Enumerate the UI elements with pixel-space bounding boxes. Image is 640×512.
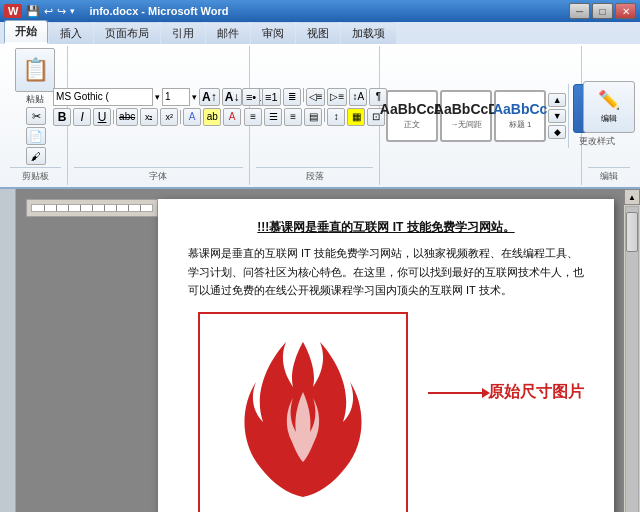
increase-font-button[interactable]: A↑: [199, 88, 220, 106]
sort-button[interactable]: ↕A: [349, 88, 367, 106]
style-no-spacing[interactable]: AaBbCcD →无间距: [440, 90, 492, 142]
tab-review[interactable]: 审阅: [251, 22, 295, 44]
decrease-indent-button[interactable]: ◁≡: [306, 88, 326, 106]
doc-title: !!!慕课网是垂直的互联网 IT 技能免费学习网站。: [188, 219, 584, 236]
align-right-button[interactable]: ≡: [284, 108, 302, 126]
titlebar-left: W 💾 ↩ ↪ ▾ info.docx - Microsoft Word: [4, 4, 229, 18]
vertical-scrollbar[interactable]: ▲ ▼: [624, 189, 640, 512]
strikethrough-button[interactable]: abc: [116, 108, 138, 126]
tab-mail[interactable]: 邮件: [206, 22, 250, 44]
shading-button[interactable]: ▦: [347, 108, 365, 126]
editing-icon: ✏️: [598, 89, 620, 111]
quick-access-undo[interactable]: ↩: [44, 5, 53, 18]
styles-up-button[interactable]: ▲: [548, 93, 566, 107]
tab-addins[interactable]: 加载项: [341, 22, 396, 44]
ribbon-content: 📋 粘贴 ✂ 📄 🖌 剪贴板 MS Gothic ( ▾: [0, 44, 640, 187]
editing-button[interactable]: ✏️ 编辑: [583, 81, 635, 133]
styles-more-button[interactable]: ◆: [548, 125, 566, 139]
scroll-track[interactable]: [625, 206, 639, 512]
text-effect-button[interactable]: A: [183, 108, 201, 126]
word-icon: W: [4, 4, 22, 18]
font-name-field[interactable]: MS Gothic (: [53, 88, 153, 106]
group-editing: ✏️ 编辑 编辑: [582, 46, 636, 185]
document-page: !!!慕课网是垂直的互联网 IT 技能免费学习网站。 慕课网是垂直的互联网 IT…: [158, 199, 614, 512]
editing-content: ✏️ 编辑: [583, 48, 635, 165]
paragraph-label: 段落: [256, 167, 373, 183]
editing-group-label: 编辑: [588, 167, 630, 183]
scroll-up-button[interactable]: ▲: [624, 189, 640, 205]
font-color-button[interactable]: A: [223, 108, 241, 126]
cut-button[interactable]: ✂: [26, 107, 46, 125]
original-annotation: 原始尺寸图片: [418, 312, 584, 403]
quick-access-save[interactable]: 💾: [26, 5, 40, 18]
titlebar: W 💾 ↩ ↪ ▾ info.docx - Microsoft Word ─ □…: [0, 0, 640, 22]
paste-label: 粘贴: [26, 93, 44, 106]
tab-insert[interactable]: 插入: [49, 22, 93, 44]
style-normal[interactable]: AaBbCcD 正文: [386, 90, 438, 142]
close-button[interactable]: ✕: [615, 3, 636, 19]
quick-access-redo[interactable]: ↪: [57, 5, 66, 18]
align-center-button[interactable]: ☰: [264, 108, 282, 126]
text-highlight-button[interactable]: ab: [203, 108, 221, 126]
superscript-button[interactable]: x²: [160, 108, 178, 126]
italic-button[interactable]: I: [73, 108, 91, 126]
group-paragraph: ≡• ≡1 ≣ ◁≡ ▷≡ ↕A ¶ ≡ ☰ ≡ ▤ ↕ ▦: [250, 46, 380, 185]
editing-label: 编辑: [601, 113, 617, 124]
font-size-dropdown-icon[interactable]: ▾: [192, 92, 197, 102]
original-label: 原始尺寸图片: [488, 382, 584, 403]
group-styles: AaBbCcD 正文 AaBbCcD →无间距 AaBbCc 标题 1 ▲ ▼: [380, 46, 582, 185]
style-normal-label: 正文: [404, 119, 420, 130]
ruler: [26, 199, 158, 217]
styles-down-button[interactable]: ▼: [548, 109, 566, 123]
maximize-button[interactable]: □: [592, 3, 613, 19]
paragraph-content: ≡• ≡1 ≣ ◁≡ ▷≡ ↕A ¶ ≡ ☰ ≡ ▤ ↕ ▦: [242, 48, 387, 165]
tab-references[interactable]: 引用: [161, 22, 205, 44]
document-area: !!!慕课网是垂直的互联网 IT 技能免费学习网站。 慕课网是垂直的互联网 IT…: [16, 189, 624, 512]
font-dropdown-icon[interactable]: ▾: [155, 92, 160, 102]
clipboard-label: 剪贴板: [10, 167, 61, 183]
align-left-button[interactable]: ≡: [244, 108, 262, 126]
format-paint-button[interactable]: 🖌: [26, 147, 46, 165]
minimize-button[interactable]: ─: [569, 3, 590, 19]
ribbon-tabs: 开始 插入 页面布局 引用 邮件 审阅 视图 加载项: [0, 22, 640, 44]
group-font: MS Gothic ( ▾ 1 ▾ A↑ A↓ Aa B I U abc: [68, 46, 251, 185]
copy-button[interactable]: 📄: [26, 127, 46, 145]
font-content: MS Gothic ( ▾ 1 ▾ A↑ A↓ Aa B I U abc: [53, 48, 264, 165]
style-heading1[interactable]: AaBbCc 标题 1: [494, 90, 546, 142]
window-title: info.docx - Microsoft Word: [89, 5, 228, 17]
paste-button[interactable]: 📋: [15, 48, 55, 92]
style-no-spacing-label: →无间距: [450, 119, 482, 130]
doc-body: 慕课网是垂直的互联网 IT 技能免费学习网站，以独家视频教程、在线编程工具、学习…: [188, 244, 584, 300]
tab-layout[interactable]: 页面布局: [94, 22, 160, 44]
font-label: 字体: [74, 167, 244, 183]
line-spacing-button[interactable]: ↕: [327, 108, 345, 126]
original-image-frame[interactable]: [198, 312, 408, 512]
decrease-font-button[interactable]: A↓: [222, 88, 243, 106]
increase-indent-button[interactable]: ▷≡: [327, 88, 347, 106]
underline-button[interactable]: U: [93, 108, 111, 126]
scroll-thumb[interactable]: [626, 212, 638, 252]
numbering-button[interactable]: ≡1: [262, 88, 281, 106]
font-name-text: MS Gothic (: [56, 91, 109, 102]
fire-image: [238, 332, 368, 502]
window-controls[interactable]: ─ □ ✕: [569, 3, 636, 19]
left-margin: [0, 189, 16, 512]
bold-button[interactable]: B: [53, 108, 71, 126]
tab-view[interactable]: 视图: [296, 22, 340, 44]
bullets-button[interactable]: ≡•: [242, 88, 260, 106]
style-heading1-label: 标题 1: [509, 119, 532, 130]
font-size-text: 1: [165, 91, 171, 102]
ribbon: 开始 插入 页面布局 引用 邮件 审阅 视图 加载项 📋 粘贴 ✂ 📄 🖌 剪贴…: [0, 22, 640, 189]
justify-button[interactable]: ▤: [304, 108, 322, 126]
tab-home[interactable]: 开始: [4, 20, 48, 44]
quick-access-dropdown[interactable]: ▾: [70, 6, 75, 16]
multilevel-button[interactable]: ≣: [283, 88, 301, 106]
subscript-button[interactable]: x₂: [140, 108, 158, 126]
font-size-field[interactable]: 1: [162, 88, 190, 106]
